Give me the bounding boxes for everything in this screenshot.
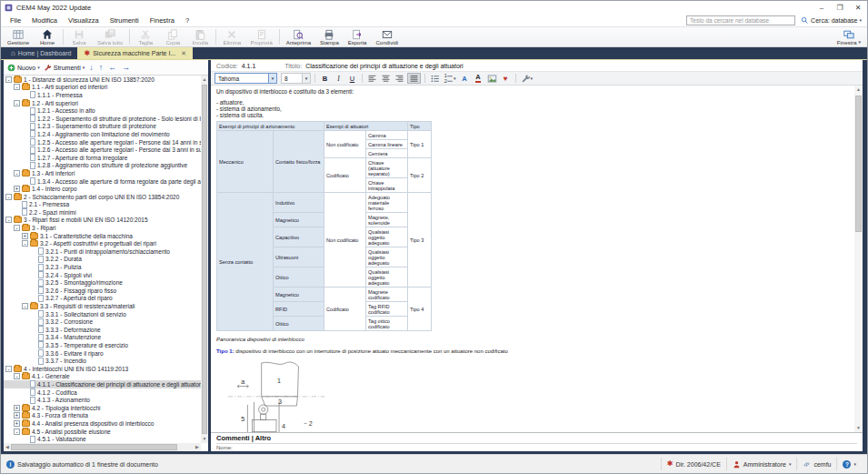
tree-item[interactable]: 1.1.1 - Premessa	[4, 91, 201, 99]
bold-button[interactable]: B	[319, 73, 331, 84]
tree-item[interactable]: +1.4 - Intero corpo	[4, 185, 201, 193]
tree-item[interactable]: -3.2 - Aspetti costruttivi e progettuali…	[4, 239, 201, 247]
tree-item[interactable]: 3.2.6 - Fissaggi riparo fisso	[4, 287, 201, 295]
tree-item[interactable]: 4.5.1 - Valutazione	[4, 435, 201, 443]
scroll-right-icon[interactable]: ▶	[194, 443, 201, 451]
tree-item[interactable]: 1.2.2 - Superamento di strutture di prot…	[4, 115, 201, 123]
tree-item[interactable]: +4.3 - Forza di ritenuta	[4, 412, 201, 420]
connection-status[interactable]: cemfu	[796, 458, 836, 470]
expand-toggle[interactable]: +	[14, 186, 20, 192]
tree-item[interactable]: 3.3.5 - Temperature di esercizio	[4, 341, 201, 349]
scrollbar-thumb[interactable]	[202, 85, 207, 434]
tree-item[interactable]: 3.3.1 - Sollecitazioni di servizio	[4, 310, 201, 318]
tab-sicurezza-macchine[interactable]: ✱ Sicurezza macchine Parte I... ✕	[77, 47, 193, 59]
tree-item[interactable]: 1.2.4 - Aggiramento con limitazione del …	[4, 130, 201, 138]
document-content[interactable]: Un dispositivo di interblocco è costitui…	[211, 86, 863, 432]
comments-header[interactable]: Commenti | Altro	[216, 434, 857, 444]
tree-item[interactable]: 1.2.5 - Accesso alle aperture regolari -…	[4, 138, 201, 146]
toolbar-button-esporta[interactable]: Esporta	[344, 27, 372, 46]
expand-toggle[interactable]: +	[14, 412, 20, 419]
highlight-color-button[interactable]: A	[473, 73, 484, 84]
menu-item-finestra[interactable]: Finestra	[145, 15, 180, 26]
tree-item[interactable]: 3.2.7 - Apertura del riparo	[4, 295, 201, 303]
expand-toggle[interactable]: -	[22, 240, 28, 247]
toolbar-button-home[interactable]: Home	[34, 27, 61, 46]
finestra-button[interactable]: Finestra▾	[833, 28, 865, 46]
help-menu[interactable]: ? ▾	[836, 458, 862, 470]
menu-item-modifica[interactable]: Modifica	[26, 15, 63, 26]
scroll-left-icon[interactable]: ◀	[4, 443, 11, 451]
minimize-button[interactable]: –	[813, 2, 831, 14]
tree-item[interactable]: -1.1 - Arti superiori ed inferiori	[4, 84, 201, 92]
insert-image-button[interactable]	[486, 73, 498, 84]
content-vertical-scrollbar[interactable]: ▲ ▼	[854, 86, 863, 432]
expand-toggle[interactable]: -	[14, 429, 20, 435]
tree-item[interactable]: -4.5 - Analisi possibile elusione	[4, 428, 201, 436]
tree-item[interactable]: 3.3.4 - Manutenzione	[4, 334, 201, 342]
expand-toggle[interactable]: +	[14, 420, 20, 427]
expand-toggle[interactable]: +	[22, 233, 28, 239]
tree-vertical-scrollbar[interactable]: ▲ ▼	[201, 76, 208, 443]
tree-item[interactable]: -1 - Distanze di sicurezza UNI EN ISO 13…	[4, 76, 201, 84]
tree-item[interactable]: 1.2.1 - Accesso in alto	[4, 106, 201, 115]
toolbar-button-propriet-[interactable]: Proprietà	[245, 27, 276, 46]
move-right-button[interactable]: →	[121, 64, 131, 72]
scrollbar-thumb[interactable]	[11, 444, 177, 450]
search-input[interactable]	[686, 15, 795, 25]
tree-item[interactable]: 3.2.5 - Smontaggio/rimozione	[4, 278, 201, 287]
tree-item[interactable]: +4.2 - Tipologia interblocchi	[4, 404, 201, 412]
tree-item[interactable]: -4.1 - Generale	[4, 373, 201, 381]
favorites-button[interactable]: ♥	[500, 73, 512, 84]
tree-item[interactable]: 1.2.3 - Superamento di strutture di prot…	[4, 123, 201, 131]
tree-item[interactable]: 3.3.2 - Corrosione	[4, 318, 201, 326]
expand-toggle[interactable]: -	[14, 100, 20, 106]
toolbar-button-taglia[interactable]: Taglia	[132, 27, 159, 46]
toolbar-button-anteprima[interactable]: Anteprima	[282, 27, 315, 46]
align-justify-button[interactable]	[407, 73, 421, 84]
menu-item-strumenti[interactable]: Strumenti	[105, 15, 145, 26]
tab-close-icon[interactable]: ✕	[181, 50, 186, 57]
scroll-up-icon[interactable]: ▲	[201, 76, 208, 84]
expand-toggle[interactable]: -	[14, 84, 20, 90]
editor-tools-button[interactable]: ▾	[520, 73, 534, 84]
toolbar-button-incolla[interactable]: Incolla	[186, 27, 214, 46]
tree-item[interactable]: -1.2 - Arti superiori	[4, 99, 201, 107]
numbered-list-button[interactable]: 12▾	[443, 73, 457, 84]
tree-item[interactable]: 3.3.3 - Deformazione	[4, 326, 201, 334]
tree-item[interactable]: 1.2.6 - Accesso alle aperture regolari -…	[4, 146, 201, 154]
tree-item[interactable]: 4.1.1 - Classificazione dei principi di …	[4, 380, 201, 388]
tree-item[interactable]: -3.3 - Requisiti di resistenza/materiali	[4, 302, 201, 310]
tree-item[interactable]: +4.4 - Analisi presenza dispositivo di i…	[4, 419, 201, 428]
toolbar-button-copia[interactable]: Copia	[159, 27, 186, 46]
tree-item[interactable]: 1.3.4 - Accesso alle aperture di forma r…	[4, 177, 201, 186]
tree-item[interactable]: 1.2.7 - Aperture di forma irregolare	[4, 154, 201, 162]
tree-horizontal-scrollbar[interactable]: ◀ ▶	[4, 443, 201, 451]
user-menu[interactable]: Amministratore ▾	[726, 458, 797, 470]
move-down-button[interactable]: ↓	[88, 64, 95, 72]
menu-item-file[interactable]: File	[5, 15, 26, 26]
bullet-list-button[interactable]	[429, 73, 441, 84]
scrollbar-thumb[interactable]	[855, 96, 862, 232]
maximize-button[interactable]: ❐	[831, 2, 849, 14]
scroll-down-icon[interactable]: ▼	[201, 435, 208, 443]
font-family-select[interactable]: Tahoma ▾	[215, 73, 277, 84]
expand-toggle[interactable]: -	[5, 366, 12, 372]
expand-toggle[interactable]: -	[14, 373, 20, 379]
expand-toggle[interactable]: -	[5, 217, 12, 223]
align-right-button[interactable]	[394, 73, 405, 84]
expand-toggle[interactable]: +	[14, 405, 20, 411]
tree-item[interactable]: 4.1.2 - Codifica	[4, 388, 201, 397]
scroll-down-icon[interactable]: ▼	[854, 424, 863, 432]
tree-item[interactable]: 3.3.7 - Incendio	[4, 357, 201, 365]
expand-toggle[interactable]: -	[5, 194, 12, 200]
tree-item[interactable]: -2 - Schiacciamento parti del corpo UNI …	[4, 193, 201, 201]
toolbar-button-elimina[interactable]: Elimina	[218, 27, 245, 46]
move-left-button[interactable]: ←	[107, 64, 117, 72]
italic-button[interactable]: I	[333, 73, 344, 84]
menu-item-help[interactable]: ?	[180, 15, 195, 26]
underline-button[interactable]: U	[346, 73, 358, 84]
tree-item[interactable]: 3.2.3 - Pulizia	[4, 263, 201, 271]
font-color-button[interactable]: A	[459, 73, 471, 84]
tree-item[interactable]: +3.1 - Caratteristiche della macchina	[4, 232, 201, 240]
close-button[interactable]: ✕	[849, 2, 867, 14]
